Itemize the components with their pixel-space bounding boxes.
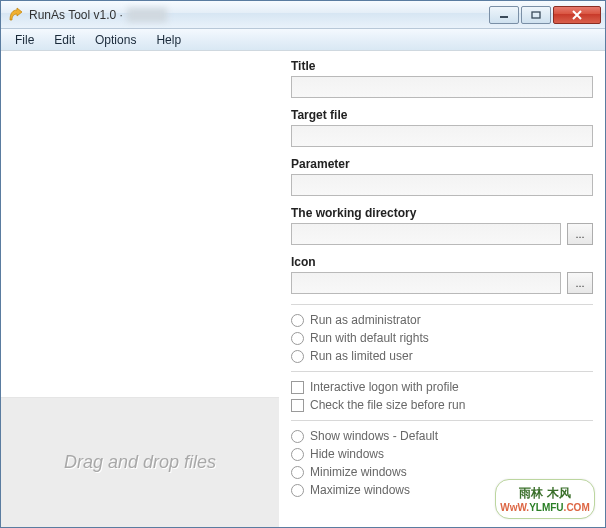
radio-label: Run as limited user: [310, 349, 413, 363]
radio-hide-windows[interactable]: Hide windows: [291, 447, 593, 461]
separator-2: [291, 371, 593, 372]
drop-zone[interactable]: Drag and drop files: [1, 397, 279, 527]
menu-help[interactable]: Help: [146, 31, 191, 49]
svg-rect-1: [532, 12, 540, 18]
label-title: Title: [291, 59, 593, 73]
maximize-button[interactable]: [521, 6, 551, 24]
drop-zone-label: Drag and drop files: [64, 452, 216, 473]
browse-workdir-button[interactable]: ...: [567, 223, 593, 245]
check-interactive-logon[interactable]: Interactive logon with profile: [291, 380, 593, 394]
app-window: RunAs Tool v1.0 · File Edit Options Help…: [0, 0, 606, 528]
radio-label: Run with default rights: [310, 331, 429, 345]
menu-file[interactable]: File: [5, 31, 44, 49]
menu-edit[interactable]: Edit: [44, 31, 85, 49]
checkbox-label: Interactive logon with profile: [310, 380, 459, 394]
radio-icon: [291, 314, 304, 327]
radio-icon: [291, 484, 304, 497]
close-button[interactable]: [553, 6, 601, 24]
radio-show-windows[interactable]: Show windows - Default: [291, 429, 593, 443]
window-controls: [487, 6, 601, 24]
radio-label: Show windows - Default: [310, 429, 438, 443]
label-target: Target file: [291, 108, 593, 122]
radio-label: Maximize windows: [310, 483, 410, 497]
title-input[interactable]: [291, 76, 593, 98]
radio-icon: [291, 448, 304, 461]
separator-1: [291, 304, 593, 305]
checkbox-icon: [291, 381, 304, 394]
title-obscured-text: [127, 8, 167, 22]
content-area: Drag and drop files Title Target file Pa…: [1, 51, 605, 527]
window-title: RunAs Tool v1.0 ·: [29, 8, 123, 22]
radio-run-admin[interactable]: Run as administrator: [291, 313, 593, 327]
icon-input[interactable]: [291, 272, 561, 294]
radio-minimize-windows[interactable]: Minimize windows: [291, 465, 593, 479]
browse-icon-button[interactable]: ...: [567, 272, 593, 294]
watermark-url: WwW.YLMFU.COM: [500, 502, 589, 513]
check-file-size[interactable]: Check the file size before run: [291, 398, 593, 412]
working-directory-input[interactable]: [291, 223, 561, 245]
parameter-input[interactable]: [291, 174, 593, 196]
app-icon: [7, 7, 23, 23]
radio-label: Hide windows: [310, 447, 384, 461]
checkbox-icon: [291, 399, 304, 412]
minimize-button[interactable]: [489, 6, 519, 24]
radio-label: Run as administrator: [310, 313, 421, 327]
menu-bar: File Edit Options Help: [1, 29, 605, 51]
radio-run-default[interactable]: Run with default rights: [291, 331, 593, 345]
label-workdir: The working directory: [291, 206, 593, 220]
target-file-input[interactable]: [291, 125, 593, 147]
separator-3: [291, 420, 593, 421]
radio-icon: [291, 466, 304, 479]
radio-icon: [291, 350, 304, 363]
title-bar: RunAs Tool v1.0 ·: [1, 1, 605, 29]
radio-icon: [291, 332, 304, 345]
radio-label: Minimize windows: [310, 465, 407, 479]
left-pane: Drag and drop files: [1, 51, 279, 527]
watermark-badge: 雨林 木风 WwW.YLMFU.COM: [495, 479, 595, 519]
label-parameter: Parameter: [291, 157, 593, 171]
menu-options[interactable]: Options: [85, 31, 146, 49]
radio-run-limited[interactable]: Run as limited user: [291, 349, 593, 363]
file-list[interactable]: [1, 51, 279, 397]
watermark-text: 雨林 木风: [519, 485, 570, 502]
checkbox-label: Check the file size before run: [310, 398, 465, 412]
right-pane: Title Target file Parameter The working …: [279, 51, 605, 527]
radio-icon: [291, 430, 304, 443]
label-icon: Icon: [291, 255, 593, 269]
